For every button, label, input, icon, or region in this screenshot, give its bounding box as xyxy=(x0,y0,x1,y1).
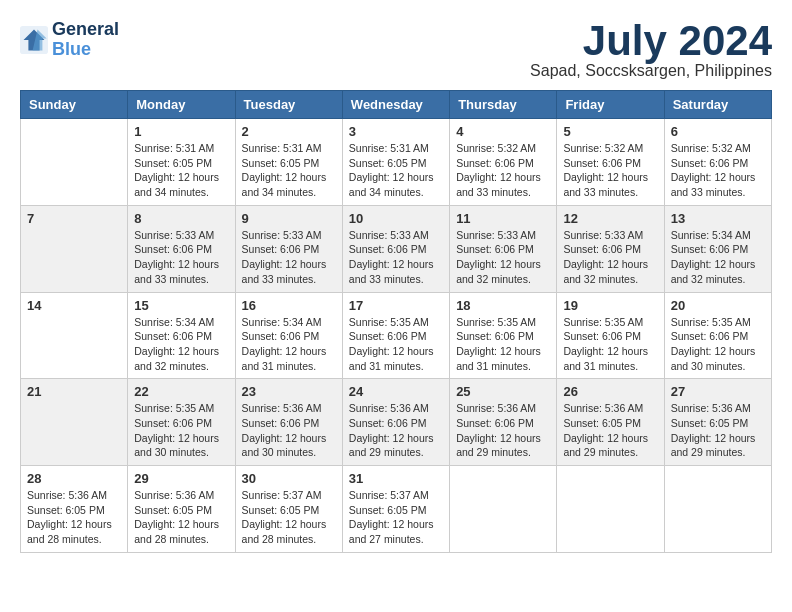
weekday-header: Tuesday xyxy=(235,91,342,119)
calendar-cell: 19Sunrise: 5:35 AM Sunset: 6:06 PM Dayli… xyxy=(557,292,664,379)
logo-text: GeneralBlue xyxy=(52,20,119,60)
day-number: 16 xyxy=(242,298,336,313)
day-number: 17 xyxy=(349,298,443,313)
calendar-cell: 12Sunrise: 5:33 AM Sunset: 6:06 PM Dayli… xyxy=(557,205,664,292)
day-info: Sunrise: 5:32 AM Sunset: 6:06 PM Dayligh… xyxy=(563,141,657,200)
day-number: 12 xyxy=(563,211,657,226)
calendar-cell: 28Sunrise: 5:36 AM Sunset: 6:05 PM Dayli… xyxy=(21,466,128,553)
day-info: Sunrise: 5:31 AM Sunset: 6:05 PM Dayligh… xyxy=(134,141,228,200)
day-info: Sunrise: 5:33 AM Sunset: 6:06 PM Dayligh… xyxy=(349,228,443,287)
weekday-header: Sunday xyxy=(21,91,128,119)
week-row: 28Sunrise: 5:36 AM Sunset: 6:05 PM Dayli… xyxy=(21,466,772,553)
day-info: Sunrise: 5:35 AM Sunset: 6:06 PM Dayligh… xyxy=(456,315,550,374)
day-number: 15 xyxy=(134,298,228,313)
day-number: 31 xyxy=(349,471,443,486)
calendar-cell: 15Sunrise: 5:34 AM Sunset: 6:06 PM Dayli… xyxy=(128,292,235,379)
week-row: 1415Sunrise: 5:34 AM Sunset: 6:06 PM Day… xyxy=(21,292,772,379)
day-info: Sunrise: 5:35 AM Sunset: 6:06 PM Dayligh… xyxy=(671,315,765,374)
week-row: 2122Sunrise: 5:35 AM Sunset: 6:06 PM Day… xyxy=(21,379,772,466)
calendar-cell: 27Sunrise: 5:36 AM Sunset: 6:05 PM Dayli… xyxy=(664,379,771,466)
day-info: Sunrise: 5:33 AM Sunset: 6:06 PM Dayligh… xyxy=(563,228,657,287)
day-info: Sunrise: 5:36 AM Sunset: 6:05 PM Dayligh… xyxy=(563,401,657,460)
day-info: Sunrise: 5:35 AM Sunset: 6:06 PM Dayligh… xyxy=(563,315,657,374)
day-info: Sunrise: 5:36 AM Sunset: 6:05 PM Dayligh… xyxy=(671,401,765,460)
calendar-cell: 4Sunrise: 5:32 AM Sunset: 6:06 PM Daylig… xyxy=(450,119,557,206)
day-info: Sunrise: 5:31 AM Sunset: 6:05 PM Dayligh… xyxy=(349,141,443,200)
day-number: 11 xyxy=(456,211,550,226)
day-info: Sunrise: 5:36 AM Sunset: 6:06 PM Dayligh… xyxy=(242,401,336,460)
calendar-cell: 30Sunrise: 5:37 AM Sunset: 6:05 PM Dayli… xyxy=(235,466,342,553)
day-number: 26 xyxy=(563,384,657,399)
day-info: Sunrise: 5:36 AM Sunset: 6:06 PM Dayligh… xyxy=(456,401,550,460)
logo: GeneralBlue xyxy=(20,20,119,60)
day-info: Sunrise: 5:35 AM Sunset: 6:06 PM Dayligh… xyxy=(349,315,443,374)
calendar-cell: 5Sunrise: 5:32 AM Sunset: 6:06 PM Daylig… xyxy=(557,119,664,206)
calendar-cell: 17Sunrise: 5:35 AM Sunset: 6:06 PM Dayli… xyxy=(342,292,449,379)
calendar-cell: 13Sunrise: 5:34 AM Sunset: 6:06 PM Dayli… xyxy=(664,205,771,292)
day-number: 6 xyxy=(671,124,765,139)
day-info: Sunrise: 5:34 AM Sunset: 6:06 PM Dayligh… xyxy=(242,315,336,374)
month-title: July 2024 xyxy=(530,20,772,62)
day-number: 1 xyxy=(134,124,228,139)
calendar-cell: 11Sunrise: 5:33 AM Sunset: 6:06 PM Dayli… xyxy=(450,205,557,292)
day-number: 13 xyxy=(671,211,765,226)
calendar-cell: 9Sunrise: 5:33 AM Sunset: 6:06 PM Daylig… xyxy=(235,205,342,292)
weekday-header: Saturday xyxy=(664,91,771,119)
calendar-cell: 6Sunrise: 5:32 AM Sunset: 6:06 PM Daylig… xyxy=(664,119,771,206)
day-number: 21 xyxy=(27,384,121,399)
day-number: 2 xyxy=(242,124,336,139)
calendar-cell: 1Sunrise: 5:31 AM Sunset: 6:05 PM Daylig… xyxy=(128,119,235,206)
header: GeneralBlue July 2024 Sapad, Soccsksarge… xyxy=(20,20,772,80)
day-number: 20 xyxy=(671,298,765,313)
calendar-cell: 2Sunrise: 5:31 AM Sunset: 6:05 PM Daylig… xyxy=(235,119,342,206)
week-row: 1Sunrise: 5:31 AM Sunset: 6:05 PM Daylig… xyxy=(21,119,772,206)
day-info: Sunrise: 5:33 AM Sunset: 6:06 PM Dayligh… xyxy=(456,228,550,287)
calendar-cell: 22Sunrise: 5:35 AM Sunset: 6:06 PM Dayli… xyxy=(128,379,235,466)
calendar-cell xyxy=(557,466,664,553)
day-number: 24 xyxy=(349,384,443,399)
day-number: 19 xyxy=(563,298,657,313)
calendar-cell: 7 xyxy=(21,205,128,292)
day-number: 18 xyxy=(456,298,550,313)
day-info: Sunrise: 5:36 AM Sunset: 6:05 PM Dayligh… xyxy=(134,488,228,547)
day-number: 7 xyxy=(27,211,121,226)
day-number: 23 xyxy=(242,384,336,399)
day-info: Sunrise: 5:33 AM Sunset: 6:06 PM Dayligh… xyxy=(134,228,228,287)
day-number: 5 xyxy=(563,124,657,139)
day-number: 4 xyxy=(456,124,550,139)
day-number: 8 xyxy=(134,211,228,226)
day-info: Sunrise: 5:36 AM Sunset: 6:06 PM Dayligh… xyxy=(349,401,443,460)
day-info: Sunrise: 5:33 AM Sunset: 6:06 PM Dayligh… xyxy=(242,228,336,287)
calendar-cell: 21 xyxy=(21,379,128,466)
calendar-cell: 25Sunrise: 5:36 AM Sunset: 6:06 PM Dayli… xyxy=(450,379,557,466)
day-number: 30 xyxy=(242,471,336,486)
day-number: 3 xyxy=(349,124,443,139)
calendar-cell: 18Sunrise: 5:35 AM Sunset: 6:06 PM Dayli… xyxy=(450,292,557,379)
calendar-cell xyxy=(664,466,771,553)
weekday-header: Friday xyxy=(557,91,664,119)
day-number: 29 xyxy=(134,471,228,486)
day-number: 28 xyxy=(27,471,121,486)
day-info: Sunrise: 5:31 AM Sunset: 6:05 PM Dayligh… xyxy=(242,141,336,200)
logo-icon xyxy=(20,26,48,54)
subtitle: Sapad, Soccsksargen, Philippines xyxy=(530,62,772,80)
day-info: Sunrise: 5:37 AM Sunset: 6:05 PM Dayligh… xyxy=(349,488,443,547)
calendar-cell: 14 xyxy=(21,292,128,379)
day-number: 27 xyxy=(671,384,765,399)
calendar-cell: 20Sunrise: 5:35 AM Sunset: 6:06 PM Dayli… xyxy=(664,292,771,379)
day-info: Sunrise: 5:35 AM Sunset: 6:06 PM Dayligh… xyxy=(134,401,228,460)
weekday-header: Monday xyxy=(128,91,235,119)
calendar-cell: 23Sunrise: 5:36 AM Sunset: 6:06 PM Dayli… xyxy=(235,379,342,466)
calendar-cell: 10Sunrise: 5:33 AM Sunset: 6:06 PM Dayli… xyxy=(342,205,449,292)
calendar-cell xyxy=(21,119,128,206)
day-info: Sunrise: 5:32 AM Sunset: 6:06 PM Dayligh… xyxy=(671,141,765,200)
calendar-cell: 16Sunrise: 5:34 AM Sunset: 6:06 PM Dayli… xyxy=(235,292,342,379)
calendar-cell: 29Sunrise: 5:36 AM Sunset: 6:05 PM Dayli… xyxy=(128,466,235,553)
header-row: SundayMondayTuesdayWednesdayThursdayFrid… xyxy=(21,91,772,119)
day-info: Sunrise: 5:36 AM Sunset: 6:05 PM Dayligh… xyxy=(27,488,121,547)
title-area: July 2024 Sapad, Soccsksargen, Philippin… xyxy=(530,20,772,80)
day-number: 22 xyxy=(134,384,228,399)
calendar-cell: 8Sunrise: 5:33 AM Sunset: 6:06 PM Daylig… xyxy=(128,205,235,292)
day-number: 14 xyxy=(27,298,121,313)
week-row: 78Sunrise: 5:33 AM Sunset: 6:06 PM Dayli… xyxy=(21,205,772,292)
